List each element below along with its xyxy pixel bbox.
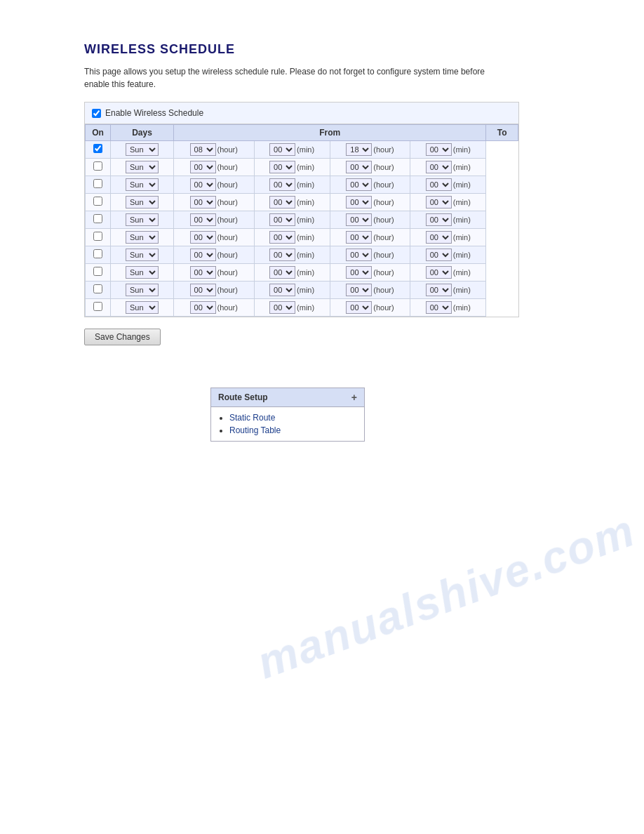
to-hour-select[interactable]: 0001020304050607080910111213141516171819… [346, 249, 372, 261]
from-hour-select[interactable]: 0001020304050607080910111213141516171819… [190, 231, 216, 244]
row-checkbox[interactable] [93, 161, 102, 171]
day-select[interactable]: SunMonTueWedThuFriSat [126, 213, 159, 226]
row-checkbox[interactable] [93, 267, 102, 276]
day-select[interactable]: SunMonTueWedThuFriSat [126, 266, 159, 279]
row-checkbox[interactable] [93, 179, 102, 188]
from-hour-label: (hour) [217, 251, 238, 259]
row-checkbox[interactable] [93, 249, 102, 258]
from-min-select[interactable]: 00153045 [269, 231, 295, 244]
from-hour-select[interactable]: 0001020304050607080910111213141516171819… [190, 301, 216, 314]
from-hour-select[interactable]: 0001020304050607080910111213141516171819… [190, 196, 216, 208]
enable-schedule-checkbox[interactable] [92, 109, 101, 118]
from-hour-select[interactable]: 0001020304050607080910111213141516171819… [190, 178, 216, 191]
from-min-select[interactable]: 00153045 [269, 143, 295, 156]
from-hour-select[interactable]: 0001020304050607080910111213141516171819… [190, 284, 216, 296]
day-select[interactable]: SunMonTueWedThuFriSat [126, 196, 159, 208]
to-hour-select[interactable]: 0001020304050607080910111213141516171819… [346, 143, 372, 156]
col-header-on: On [86, 125, 111, 141]
to-min-select[interactable]: 00153045 [426, 161, 452, 173]
row-checkbox[interactable] [93, 214, 102, 223]
from-min-label: (min) [297, 145, 314, 154]
to-hour-select[interactable]: 0001020304050607080910111213141516171819… [346, 231, 372, 244]
to-min-select[interactable]: 00153045 [426, 213, 452, 226]
from-min-select[interactable]: 00153045 [269, 196, 295, 208]
day-select[interactable]: SunMonTueWedThuFriSat [126, 161, 159, 173]
to-hour-select[interactable]: 0001020304050607080910111213141516171819… [346, 196, 372, 208]
from-hour-label: (hour) [217, 216, 238, 224]
from-min-select[interactable]: 00153045 [269, 301, 295, 314]
day-select[interactable]: SunMonTueWedThuFriSat [126, 249, 159, 261]
day-select[interactable]: SunMonTueWedThuFriSat [126, 301, 159, 314]
to-min-label: (min) [453, 251, 471, 259]
to-min-select[interactable]: 00153045 [426, 178, 452, 191]
to-hour-select[interactable]: 0001020304050607080910111213141516171819… [346, 284, 372, 296]
schedule-container: Enable Wireless Schedule On Days From To… [84, 102, 519, 317]
route-setup-box: Route Setup + Static RouteRouting Table [210, 388, 365, 442]
to-hour-select[interactable]: 0001020304050607080910111213141516171819… [346, 178, 372, 191]
from-min-select[interactable]: 00153045 [269, 249, 295, 261]
day-select[interactable]: SunMonTueWedThuFriSat [126, 143, 159, 156]
to-hour-select[interactable]: 0001020304050607080910111213141516171819… [346, 301, 372, 314]
from-min-label: (min) [297, 180, 314, 189]
col-header-to: To [486, 125, 518, 141]
row-checkbox[interactable] [93, 197, 102, 206]
row-checkbox[interactable] [93, 144, 102, 153]
to-hour-label: (hour) [373, 303, 394, 312]
from-hour-select[interactable]: 0001020304050607080910111213141516171819… [190, 266, 216, 279]
route-item-link[interactable]: Routing Table [229, 425, 281, 435]
to-min-select[interactable]: 00153045 [426, 143, 452, 156]
to-hour-select[interactable]: 0001020304050607080910111213141516171819… [346, 266, 372, 279]
from-min-select[interactable]: 00153045 [269, 213, 295, 226]
route-setup-plus[interactable]: + [351, 392, 357, 403]
to-min-label: (min) [453, 163, 471, 171]
table-row: SunMonTueWedThuFriSat0001020304050607080… [86, 264, 518, 282]
to-hour-label: (hour) [373, 163, 394, 171]
to-min-label: (min) [453, 198, 471, 206]
row-checkbox[interactable] [93, 302, 102, 311]
from-hour-label: (hour) [217, 198, 238, 206]
from-hour-select[interactable]: 0001020304050607080910111213141516171819… [190, 161, 216, 173]
row-checkbox[interactable] [93, 232, 102, 241]
day-select[interactable]: SunMonTueWedThuFriSat [126, 178, 159, 191]
to-hour-label: (hour) [373, 286, 394, 294]
route-item: Routing Table [229, 424, 357, 437]
from-hour-label: (hour) [217, 268, 238, 277]
from-min-select[interactable]: 00153045 [269, 178, 295, 191]
from-min-select[interactable]: 00153045 [269, 284, 295, 296]
from-hour-select[interactable]: 0001020304050607080910111213141516171819… [190, 143, 216, 156]
from-min-label: (min) [297, 251, 314, 259]
to-hour-select[interactable]: 0001020304050607080910111213141516171819… [346, 161, 372, 173]
table-row: SunMonTueWedThuFriSat0001020304050607080… [86, 176, 518, 194]
to-hour-select[interactable]: 0001020304050607080910111213141516171819… [346, 213, 372, 226]
from-hour-label: (hour) [217, 286, 238, 294]
day-select[interactable]: SunMonTueWedThuFriSat [126, 284, 159, 296]
from-min-label: (min) [297, 268, 314, 277]
to-min-select[interactable]: 00153045 [426, 249, 452, 261]
from-hour-select[interactable]: 0001020304050607080910111213141516171819… [190, 249, 216, 261]
to-hour-label: (hour) [373, 180, 394, 189]
row-checkbox[interactable] [93, 284, 102, 293]
to-hour-label: (hour) [373, 216, 394, 224]
table-row: SunMonTueWedThuFriSat0001020304050607080… [86, 229, 518, 246]
from-hour-select[interactable]: 0001020304050607080910111213141516171819… [190, 213, 216, 226]
save-changes-button[interactable]: Save Changes [84, 329, 161, 345]
table-row: SunMonTueWedThuFriSat0001020304050607080… [86, 194, 518, 211]
to-min-select[interactable]: 00153045 [426, 231, 452, 244]
to-min-label: (min) [453, 180, 471, 189]
route-item-link[interactable]: Static Route [229, 413, 275, 423]
to-min-label: (min) [453, 286, 471, 294]
from-min-select[interactable]: 00153045 [269, 266, 295, 279]
day-select[interactable]: SunMonTueWedThuFriSat [126, 231, 159, 244]
from-min-select[interactable]: 00153045 [269, 161, 295, 173]
table-row: SunMonTueWedThuFriSat0001020304050607080… [86, 159, 518, 176]
to-min-label: (min) [453, 233, 471, 241]
from-min-label: (min) [297, 163, 314, 171]
to-min-select[interactable]: 00153045 [426, 301, 452, 314]
to-min-select[interactable]: 00153045 [426, 284, 452, 296]
to-min-select[interactable]: 00153045 [426, 196, 452, 208]
to-min-select[interactable]: 00153045 [426, 266, 452, 279]
schedule-table: On Days From To SunMonTueWedThuFriSat000… [85, 124, 518, 317]
from-hour-label: (hour) [217, 233, 238, 241]
enable-schedule-label: Enable Wireless Schedule [105, 108, 203, 118]
table-row: SunMonTueWedThuFriSat0001020304050607080… [86, 299, 518, 317]
